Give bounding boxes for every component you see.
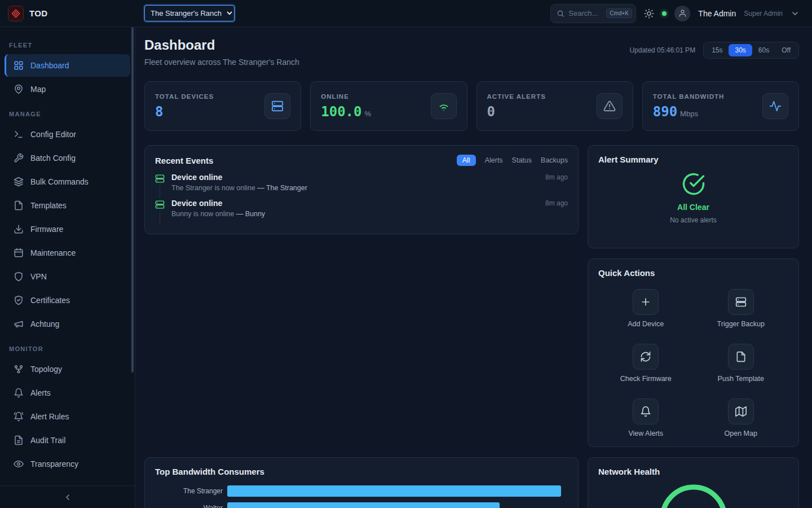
stat-number: 8	[155, 104, 163, 120]
sidebar-item-alerts[interactable]: Alerts	[5, 382, 130, 404]
file-text-icon	[14, 435, 24, 445]
sidebar-item-label: Topology	[30, 365, 62, 374]
quick-action-label: Open Map	[725, 430, 757, 437]
page-title: Dashboard	[144, 37, 299, 53]
bandwidth-track	[227, 485, 568, 497]
event-device: — Bunny	[236, 210, 265, 218]
dashboard-grid-icon	[14, 60, 24, 71]
quick-action-open-map[interactable]: Open Map	[725, 398, 757, 437]
refresh-60s-button[interactable]: 60s	[752, 44, 775, 56]
event-row: Device online 8m ago The Stranger is now…	[155, 173, 568, 199]
sidebar-item-certificates[interactable]: Certificates	[5, 289, 130, 312]
sidebar-item-achtung[interactable]: Achtung	[5, 313, 130, 335]
search-input[interactable]	[568, 9, 602, 17]
event-detail: The Stranger is now online — The Strange…	[171, 184, 568, 192]
calendar-icon	[14, 248, 24, 258]
event-time: 8m ago	[545, 199, 568, 207]
stat-number: 100.0	[321, 104, 361, 120]
sidebar-collapse-button[interactable]	[0, 485, 135, 508]
sidebar-item-firmware[interactable]: Firmware	[5, 218, 130, 240]
shield-icon	[14, 271, 24, 282]
quick-actions-card: Quick Actions Add Device Trigger Backup	[588, 259, 799, 447]
layers-icon	[14, 177, 24, 187]
sidebar-item-label: Batch Config	[30, 154, 76, 163]
map-pin-icon	[14, 84, 24, 94]
refresh-15s-button[interactable]: 15s	[705, 44, 729, 56]
sidebar-item-templates[interactable]: Templates	[5, 194, 130, 217]
quick-action-view-alerts[interactable]: View Alerts	[628, 398, 663, 437]
filter-alerts[interactable]: Alerts	[485, 156, 503, 164]
search-box[interactable]: Cmd+K	[550, 4, 636, 23]
stat-card-online: ONLINE 100.0%	[310, 81, 467, 131]
server-icon	[264, 93, 290, 119]
sidebar-item-label: Dashboard	[30, 61, 69, 70]
user-menu-chevron-down-icon[interactable]	[791, 9, 800, 18]
organization-select[interactable]: The Stranger's Ranch	[144, 5, 235, 21]
quick-action-push-template[interactable]: Push Template	[718, 344, 764, 383]
updated-timestamp: Updated 05:46:01 PM	[629, 46, 695, 54]
page-header-text: Dashboard Fleet overview across The Stra…	[144, 37, 299, 67]
bandwidth-device-label: Walter	[155, 504, 223, 508]
bandwidth-bar	[227, 502, 500, 508]
stat-value: 0	[487, 104, 546, 120]
sidebar-item-transparency[interactable]: Transparency	[5, 453, 130, 475]
network-health-gauge: 100	[598, 483, 788, 508]
event-row: Device online 8m ago Bunny is now online…	[155, 199, 568, 225]
app-root: TOD The Stranger's Ranch Cmd+K	[0, 0, 812, 508]
sidebar-item-label: Map	[30, 85, 46, 94]
sidebar-item-dashboard[interactable]: Dashboard	[5, 54, 130, 77]
stat-value: 8	[155, 104, 214, 120]
filter-backups[interactable]: Backups	[541, 156, 568, 164]
event-timeline	[155, 199, 165, 225]
right-column: Alert Summary All Clear No active alerts…	[588, 145, 799, 447]
quick-action-trigger-backup[interactable]: Trigger Backup	[717, 289, 765, 328]
sidebar-item-maintenance[interactable]: Maintenance	[5, 242, 130, 264]
refresh-off-button[interactable]: Off	[775, 44, 797, 56]
timeline-connector	[160, 212, 160, 225]
quick-action-label: Check Firmware	[620, 375, 672, 383]
page-header: Dashboard Fleet overview across The Stra…	[144, 37, 799, 67]
refresh-30s-button[interactable]: 30s	[729, 44, 752, 56]
event-body: Device online 8m ago Bunny is now online…	[171, 199, 568, 225]
sidebar-item-alert-rules[interactable]: Alert Rules	[5, 405, 130, 428]
brand-name: TOD	[29, 8, 47, 18]
event-title: Device online	[171, 173, 222, 182]
bandwidth-bar	[227, 485, 561, 497]
sidebar-item-topology[interactable]: Topology	[5, 358, 130, 380]
sidebar-item-audit-trail[interactable]: Audit Trail	[5, 429, 130, 452]
theme-toggle-sun-icon[interactable]	[644, 8, 654, 19]
connection-status-dot	[662, 11, 667, 16]
sidebar-item-config-editor[interactable]: Config Editor	[5, 123, 130, 146]
filter-all[interactable]: All	[457, 155, 476, 166]
sidebar-item-vpn[interactable]: VPN	[5, 265, 130, 288]
sidebar-scrollbar[interactable]	[131, 27, 134, 373]
shield-check-icon	[14, 295, 24, 305]
stat-label: ONLINE	[321, 93, 371, 100]
server-icon	[155, 200, 165, 209]
bandwidth-title: Top Bandwidth Consumers	[155, 467, 264, 476]
bandwidth-row: The Stranger	[155, 485, 568, 497]
event-body: Device online 8m ago The Stranger is now…	[171, 173, 568, 199]
sidebar-item-label: Firmware	[30, 225, 63, 234]
event-time: 8m ago	[545, 173, 568, 181]
stat-number: 890	[653, 104, 677, 120]
alert-summary-card: Alert Summary All Clear No active alerts	[588, 145, 799, 248]
quick-action-add-device[interactable]: Add Device	[628, 289, 664, 328]
sidebar-item-label: Transparency	[30, 459, 78, 468]
header-right: Updated 05:46:01 PM 15s 30s 60s Off	[629, 42, 799, 59]
sidebar-item-label: VPN	[30, 272, 47, 281]
bandwidth-device-label: The Stranger	[155, 487, 223, 495]
network-health-card: Network Health 100	[588, 457, 799, 508]
stat-info: TOTAL DEVICES 8	[155, 93, 214, 120]
megaphone-icon	[14, 319, 24, 329]
sidebar-item-bulk-commands[interactable]: Bulk Commands	[5, 170, 130, 193]
server-icon	[728, 289, 754, 315]
sidebar-item-label: Templates	[30, 201, 67, 210]
user-avatar[interactable]	[674, 6, 690, 21]
quick-action-check-firmware[interactable]: Check Firmware	[620, 344, 672, 383]
quick-actions-title: Quick Actions	[598, 268, 655, 278]
main-content: Dashboard Fleet overview across The Stra…	[135, 27, 812, 508]
sidebar-item-batch-config[interactable]: Batch Config	[5, 147, 130, 169]
filter-status[interactable]: Status	[512, 156, 532, 164]
sidebar-item-map[interactable]: Map	[5, 78, 130, 100]
